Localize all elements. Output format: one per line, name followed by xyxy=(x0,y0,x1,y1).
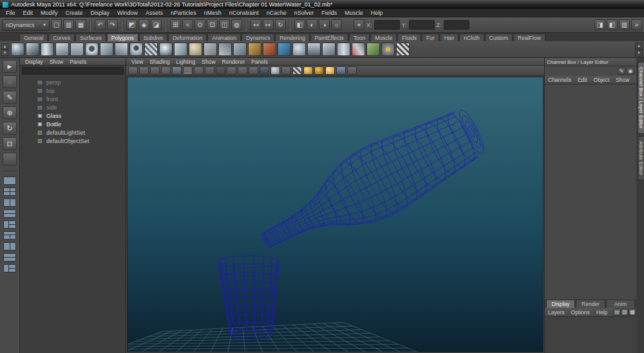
field-chart-icon[interactable] xyxy=(227,66,236,75)
layout-persp-graph-button[interactable] xyxy=(3,253,16,262)
z-coordinate-input[interactable] xyxy=(444,20,469,30)
bridge-icon[interactable] xyxy=(337,43,350,56)
use-default-material-icon[interactable] xyxy=(325,66,335,75)
outliner-menu-item[interactable]: Panels xyxy=(66,59,90,65)
channel-box-menu-item[interactable]: Edit xyxy=(574,77,591,83)
shelf-tab[interactable]: General xyxy=(19,33,48,41)
move-tool-icon[interactable]: ⊕ xyxy=(3,106,17,119)
channel-edit-icon[interactable]: ✎ xyxy=(618,68,625,75)
channel-box-menu-item[interactable]: Show xyxy=(612,77,632,83)
shelf-prev-icon[interactable]: ▴ xyxy=(1,43,8,50)
shelf-tab[interactable]: Deformation xyxy=(168,33,207,41)
new-empty-layer-icon[interactable]: ▧ xyxy=(621,309,629,316)
separate-icon[interactable] xyxy=(218,43,232,56)
select-by-component-icon[interactable]: ◪ xyxy=(151,19,162,30)
outliner-filter-input[interactable] xyxy=(22,67,124,75)
shelf-tab[interactable]: Polygons xyxy=(107,33,138,41)
show-channel-box-icon[interactable]: ◨ xyxy=(594,19,605,30)
layout-two-panes-stacked-button[interactable] xyxy=(3,209,16,218)
shelf-tab[interactable]: Hair xyxy=(440,33,459,41)
rotate-tool-icon[interactable]: ↻ xyxy=(3,122,17,135)
poly-cylinder-icon[interactable] xyxy=(41,43,54,56)
input-connections-icon[interactable]: ↤ xyxy=(251,19,261,30)
select-tool-icon[interactable]: ► xyxy=(3,60,17,73)
shelf-tab[interactable]: Custom xyxy=(485,33,513,41)
layer-editor-menu-item[interactable]: Help xyxy=(593,309,611,316)
menu-item[interactable]: nParticles xyxy=(167,10,200,16)
window-titlebar[interactable]: Autodesk Maya 2011 x64: Q:\Freelance Wor… xyxy=(0,0,644,9)
textured-mode-icon[interactable] xyxy=(292,66,302,75)
wireframe-mode-icon[interactable] xyxy=(260,66,269,75)
shelf-tab[interactable]: Fluids xyxy=(397,33,421,41)
show-tool-settings-icon[interactable]: ▥ xyxy=(619,19,630,30)
layout-three-panes-split-left-button[interactable] xyxy=(3,220,16,229)
layer-editor-menu-item[interactable]: Options xyxy=(568,309,593,316)
file-save-icon[interactable]: ▦ xyxy=(75,19,86,30)
layer-editor-tab[interactable]: Render xyxy=(576,300,605,308)
layer-editor-menu-item[interactable]: Layers xyxy=(545,309,568,316)
layout-single-pane-button[interactable] xyxy=(3,176,16,185)
outliner-menu-item[interactable]: Display xyxy=(22,59,46,65)
menu-set-selector[interactable]: nDynamics ▾ xyxy=(2,19,50,31)
sidebar-vertical-tab[interactable]: Channel Box / Layer Editor xyxy=(638,62,644,134)
file-new-icon[interactable]: ▢ xyxy=(51,19,62,30)
safe-action-icon[interactable] xyxy=(238,66,247,75)
new-layer-from-selected-icon[interactable]: ▩ xyxy=(629,309,636,316)
shelf-menu-up-icon[interactable]: ▴ xyxy=(635,43,643,50)
outliner-item[interactable]: ▧ defaultLightSet xyxy=(20,128,126,137)
shelf-tab[interactable]: nCloth xyxy=(459,33,484,41)
snap-to-point-icon[interactable]: ⊙ xyxy=(194,19,205,30)
resolution-gate-icon[interactable] xyxy=(205,66,214,75)
bookmarks-icon[interactable] xyxy=(161,66,171,75)
shelf-tab[interactable]: Rendering xyxy=(275,33,309,41)
shelf-tab[interactable]: PaintEffects xyxy=(310,33,348,41)
snap-to-plane-icon[interactable]: ⊡ xyxy=(207,19,218,30)
poly-soccer-ball-icon[interactable] xyxy=(159,43,173,56)
shelf-tab[interactable]: Dynamics xyxy=(242,33,274,41)
extract-icon[interactable] xyxy=(233,43,247,56)
menu-item[interactable]: nSolver xyxy=(290,10,318,16)
select-by-object-icon[interactable]: ◈ xyxy=(138,19,149,30)
safe-title-icon[interactable] xyxy=(249,66,258,75)
shelf-menu-down-icon[interactable]: ▾ xyxy=(635,50,643,57)
layout-hypershade-persp-button[interactable] xyxy=(3,264,16,272)
menu-item[interactable]: Edit xyxy=(19,10,37,16)
shelf-tab[interactable]: Toon xyxy=(349,33,370,41)
sculpt-geometry-icon[interactable] xyxy=(189,43,202,56)
channel-box-menu-item[interactable]: Channels xyxy=(545,77,574,83)
layout-three-panes-split-top-button[interactable] xyxy=(3,231,16,240)
y-coordinate-input[interactable] xyxy=(409,20,435,30)
channel-lock-icon[interactable]: ◉ xyxy=(627,68,634,75)
film-gate-icon[interactable] xyxy=(194,66,204,75)
x-coordinate-input[interactable] xyxy=(374,20,400,30)
menu-item[interactable]: Muscle xyxy=(341,10,367,16)
camera-attributes-icon[interactable] xyxy=(150,66,160,75)
poly-cube-icon[interactable] xyxy=(26,43,39,56)
show-attribute-editor-icon[interactable]: ◧ xyxy=(607,19,618,30)
layout-outliner-persp-button[interactable] xyxy=(3,242,16,251)
render-current-frame-icon[interactable]: ◐ xyxy=(307,19,317,30)
render-settings-icon[interactable]: ☼ xyxy=(331,19,342,30)
outliner-item[interactable]: ▤ persp xyxy=(20,78,126,86)
snap-to-curve-icon[interactable]: ≈ xyxy=(182,19,193,30)
snap-to-view-icon[interactable]: ◫ xyxy=(219,19,230,30)
render-view-icon[interactable]: ◧ xyxy=(294,19,305,30)
viewport-canvas[interactable] xyxy=(127,77,544,352)
poly-plane-icon[interactable] xyxy=(70,43,84,56)
menu-item[interactable]: Help xyxy=(367,10,387,16)
viewport-menu-item[interactable]: Show xyxy=(198,59,218,65)
poly-helix-icon[interactable] xyxy=(144,43,158,56)
outliner-item[interactable]: ▧ defaultObjectSet xyxy=(20,137,126,145)
image-plane-icon[interactable] xyxy=(172,66,182,75)
layer-editor-tab[interactable]: Display xyxy=(546,300,575,308)
group-separator[interactable] xyxy=(289,19,292,32)
poly-torus-icon[interactable] xyxy=(85,43,99,56)
viewport-menu-item[interactable]: Renderer xyxy=(219,59,248,65)
viewport-menu-item[interactable]: Shading xyxy=(146,59,173,65)
select-camera-icon[interactable] xyxy=(128,66,138,75)
menu-item[interactable]: Assets xyxy=(142,10,167,16)
combine-icon[interactable] xyxy=(204,43,217,56)
split-polygon-icon[interactable] xyxy=(352,43,365,56)
shelf-tab[interactable]: Surfaces xyxy=(75,33,106,41)
output-connections-icon[interactable]: ↦ xyxy=(263,19,274,30)
